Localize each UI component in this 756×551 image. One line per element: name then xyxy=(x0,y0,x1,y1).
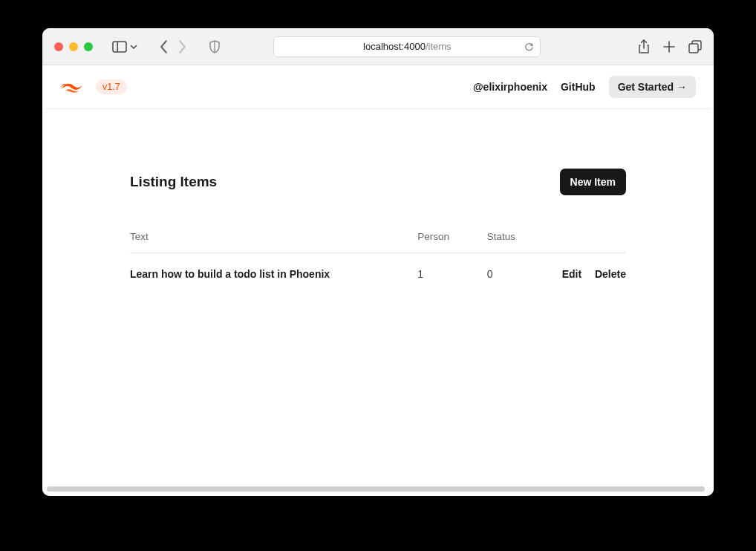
reload-icon xyxy=(524,42,534,52)
url-path: /items xyxy=(426,41,452,52)
brand: v1.7 xyxy=(60,79,127,95)
new-tab-button[interactable] xyxy=(663,39,675,54)
get-started-button[interactable]: Get Started → xyxy=(609,76,696,98)
horizontal-scrollbar[interactable] xyxy=(47,486,705,492)
minimize-window-button[interactable] xyxy=(69,42,78,51)
col-person: Person xyxy=(417,231,486,253)
share-icon xyxy=(638,39,650,54)
col-text: Text xyxy=(130,231,417,253)
page-viewport: v1.7 @elixirphoenix GitHub Get Started →… xyxy=(42,65,714,496)
svg-rect-0 xyxy=(113,42,126,52)
col-status: Status xyxy=(487,231,552,253)
browser-window: localhost:4000/items xyxy=(42,28,714,496)
page-title: Listing Items xyxy=(130,174,217,190)
cell-status: 0 xyxy=(487,253,552,281)
cell-text: Learn how to build a todo list in Phoeni… xyxy=(130,253,417,281)
back-button[interactable] xyxy=(157,37,171,56)
url-host: localhost:4000 xyxy=(363,41,426,52)
toolbar-right xyxy=(638,39,702,54)
tabs-button[interactable] xyxy=(688,39,702,54)
sidebar-icon xyxy=(112,41,127,53)
nav-arrows xyxy=(157,37,189,56)
address-bar[interactable]: localhost:4000/items xyxy=(273,36,541,57)
window-controls xyxy=(54,42,93,51)
browser-toolbar: localhost:4000/items xyxy=(42,28,714,65)
delete-link[interactable]: Delete xyxy=(595,268,626,280)
edit-link[interactable]: Edit xyxy=(562,268,581,280)
col-actions xyxy=(552,231,626,253)
svg-rect-4 xyxy=(689,44,698,53)
version-badge: v1.7 xyxy=(96,79,127,94)
chevron-down-icon xyxy=(130,45,137,49)
new-item-button[interactable]: New Item xyxy=(560,169,626,195)
page-header: Listing Items New Item xyxy=(130,169,626,195)
nav-github-link[interactable]: GitHub xyxy=(561,81,596,93)
tabs-icon xyxy=(688,40,702,53)
close-window-button[interactable] xyxy=(54,42,63,51)
header-nav: @elixirphoenix GitHub Get Started → xyxy=(473,76,696,98)
app-header: v1.7 @elixirphoenix GitHub Get Started → xyxy=(45,65,711,109)
items-table: Text Person Status Learn how to build a … xyxy=(130,231,626,280)
phoenix-logo-icon xyxy=(60,79,85,95)
row-actions: Edit Delete xyxy=(552,253,626,281)
share-button[interactable] xyxy=(638,39,650,54)
chevron-right-icon xyxy=(178,40,186,53)
nav-twitter-link[interactable]: @elixirphoenix xyxy=(473,81,547,93)
privacy-shield-button[interactable] xyxy=(209,40,221,53)
sidebar-toggle[interactable] xyxy=(112,41,137,53)
chevron-left-icon xyxy=(160,40,168,53)
forward-button[interactable] xyxy=(175,37,189,56)
table-header-row: Text Person Status xyxy=(130,231,626,253)
cell-person: 1 xyxy=(417,253,486,281)
main-content: Listing Items New Item Text Person Statu… xyxy=(126,109,630,295)
phoenix-logo[interactable] xyxy=(60,79,85,95)
maximize-window-button[interactable] xyxy=(84,42,93,51)
plus-icon xyxy=(663,41,675,53)
table-row[interactable]: Learn how to build a todo list in Phoeni… xyxy=(130,253,626,281)
shield-icon xyxy=(209,40,221,53)
reload-button[interactable] xyxy=(524,42,534,52)
